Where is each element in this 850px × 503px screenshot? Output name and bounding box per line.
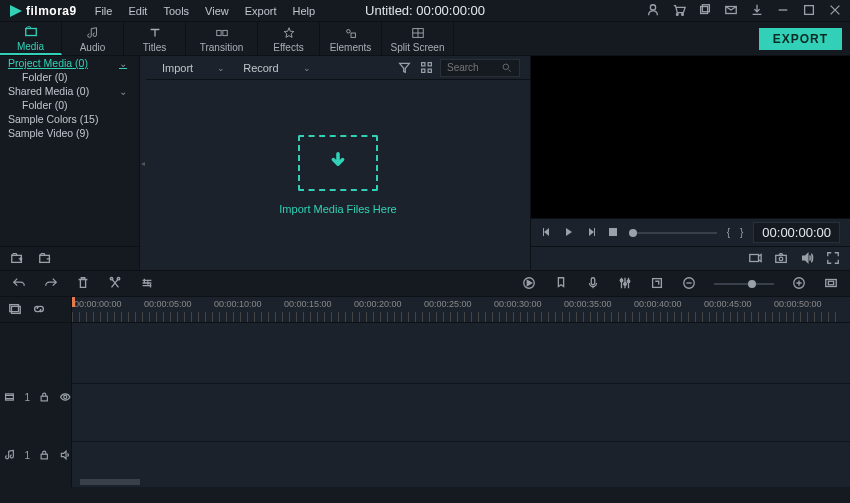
audio-track-header[interactable]: 1 — [0, 441, 71, 469]
tree-sample-colors[interactable]: Sample Colors (15) — [0, 112, 139, 126]
tree-colors-label: Sample Colors (15) — [8, 113, 98, 125]
menu-export[interactable]: Export — [245, 5, 277, 17]
svg-point-30 — [620, 279, 623, 282]
fullscreen-icon[interactable] — [826, 251, 840, 267]
window-maximize-icon[interactable] — [802, 3, 816, 19]
mark-in-icon[interactable]: { — [727, 227, 730, 238]
play-button[interactable] — [563, 226, 575, 240]
render-icon[interactable] — [522, 276, 536, 292]
batch-icon[interactable] — [698, 3, 712, 19]
menu-help[interactable]: Help — [293, 5, 316, 17]
message-icon[interactable] — [724, 3, 738, 19]
cart-icon[interactable] — [672, 3, 686, 19]
window-minimize-icon[interactable] — [776, 3, 790, 19]
timeline-tracks[interactable]: 00:00:00:00 00:00:05:00 00:00:10:00 00:0… — [72, 297, 850, 487]
adjust-icon[interactable] — [140, 276, 154, 292]
svg-rect-3 — [701, 6, 708, 13]
svg-rect-43 — [41, 454, 47, 459]
tab-effects[interactable]: Effects — [258, 22, 320, 55]
lock-icon[interactable] — [38, 448, 50, 462]
zoom-fit-icon[interactable] — [824, 276, 838, 292]
dropzone-icon — [298, 135, 378, 191]
volume-icon[interactable] — [800, 251, 814, 267]
voiceover-icon[interactable] — [586, 276, 600, 292]
timeline-ruler[interactable]: 00:00:00:00 00:00:05:00 00:00:10:00 00:0… — [72, 297, 850, 323]
tab-elements[interactable]: Elements — [320, 22, 382, 55]
zoom-out-icon[interactable] — [682, 276, 696, 292]
crop-icon[interactable] — [650, 276, 664, 292]
mute-icon[interactable] — [59, 448, 71, 462]
svg-point-42 — [63, 395, 66, 398]
import-dropdown[interactable]: Import⌄ — [156, 62, 231, 74]
tree-shared-folder[interactable]: Folder (0) — [0, 98, 139, 112]
export-button[interactable]: EXPORT — [759, 28, 842, 50]
link-icon[interactable] — [32, 302, 46, 318]
tab-transition-label: Transition — [200, 42, 244, 53]
prev-frame-button[interactable] — [541, 226, 553, 240]
menu-tools[interactable]: Tools — [163, 5, 189, 17]
undo-icon[interactable] — [12, 276, 26, 292]
media-library: Import⌄ Record⌄ Import Media Files Here — [146, 56, 531, 270]
new-folder-icon[interactable] — [10, 251, 24, 267]
tab-media[interactable]: Media — [0, 22, 62, 55]
marker-icon[interactable] — [554, 276, 568, 292]
quality-icon[interactable] — [748, 251, 762, 267]
layers-icon[interactable] — [8, 302, 22, 318]
logo-icon — [8, 3, 24, 19]
tree-project-folder[interactable]: Folder (0) — [0, 70, 139, 84]
tab-transition[interactable]: Transition — [186, 22, 258, 55]
tab-titles[interactable]: Titles — [124, 22, 186, 55]
svg-rect-16 — [428, 63, 431, 66]
tree-shared-label: Shared Media (0) — [8, 85, 89, 97]
search-input[interactable] — [440, 59, 520, 77]
svg-rect-8 — [216, 30, 220, 35]
mark-out-icon[interactable]: } — [740, 227, 743, 238]
delete-icon[interactable] — [76, 276, 90, 292]
video-track-header[interactable]: 1 — [0, 383, 71, 411]
record-dropdown[interactable]: Record⌄ — [237, 62, 316, 74]
main-menu: File Edit Tools View Export Help — [95, 5, 315, 17]
preview-panel: { } 00:00:00:00 — [531, 56, 850, 270]
tab-audio[interactable]: Audio — [62, 22, 124, 55]
chevron-down-icon: ⌄ — [303, 63, 311, 73]
import-dropzone[interactable]: Import Media Files Here — [146, 80, 530, 270]
svg-rect-4 — [702, 4, 709, 11]
chevron-down-icon: ⌄ — [119, 86, 127, 97]
split-icon[interactable] — [108, 276, 122, 292]
menu-edit[interactable]: Edit — [128, 5, 147, 17]
menu-file[interactable]: File — [95, 5, 113, 17]
svg-rect-41 — [41, 396, 47, 401]
tab-split-screen[interactable]: Split Screen — [382, 22, 454, 55]
zoom-slider[interactable] — [714, 283, 774, 285]
ruler-mark: 00:00:35:00 — [562, 297, 632, 322]
menu-view[interactable]: View — [205, 5, 229, 17]
ruler-mark: 00:00:15:00 — [282, 297, 352, 322]
tree-sample-video[interactable]: Sample Video (9) — [0, 126, 139, 140]
next-frame-button[interactable] — [585, 226, 597, 240]
eye-icon[interactable] — [59, 390, 71, 404]
preview-seek-bar[interactable] — [629, 232, 717, 234]
updates-icon[interactable] — [750, 3, 764, 19]
window-close-icon[interactable] — [828, 3, 842, 19]
tree-shared-media[interactable]: Shared Media (0)⌄ — [0, 84, 139, 98]
account-icon[interactable] — [646, 3, 660, 19]
mixer-icon[interactable] — [618, 276, 632, 292]
tree-project-media[interactable]: Project Media (0)⌄ — [0, 56, 139, 70]
timeline-scrollbar[interactable] — [80, 479, 140, 485]
delete-folder-icon[interactable] — [38, 251, 52, 267]
zoom-in-icon[interactable] — [792, 276, 806, 292]
record-label: Record — [243, 62, 278, 74]
svg-rect-29 — [591, 277, 595, 284]
svg-rect-17 — [421, 69, 424, 72]
stop-button[interactable] — [607, 226, 619, 240]
svg-rect-23 — [750, 254, 759, 261]
lock-icon[interactable] — [38, 390, 50, 404]
grid-view-icon[interactable] — [418, 61, 434, 74]
audio-track-number: 1 — [24, 450, 30, 461]
filter-icon[interactable] — [396, 61, 412, 74]
search-field[interactable] — [447, 62, 497, 73]
redo-icon[interactable] — [44, 276, 58, 292]
chevron-down-icon: ⌄ — [119, 58, 127, 69]
snapshot-icon[interactable] — [774, 251, 788, 267]
svg-rect-24 — [776, 255, 787, 262]
